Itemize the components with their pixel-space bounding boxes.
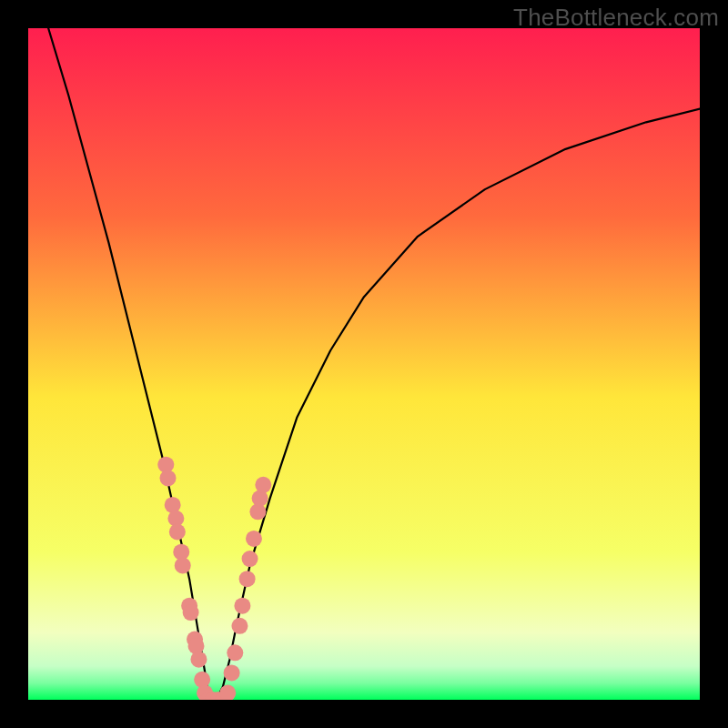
- highlight-dot: [175, 557, 191, 573]
- highlight-dot: [190, 652, 207, 668]
- highlight-dot: [227, 644, 243, 661]
- chart-frame: TheBottleneck.com: [0, 0, 728, 728]
- highlight-dot: [239, 571, 256, 587]
- highlight-dot: [160, 470, 177, 486]
- highlight-dot: [234, 598, 250, 614]
- plot-area: [28, 28, 700, 700]
- highlight-dot: [242, 551, 258, 567]
- highlight-dot: [224, 664, 240, 681]
- highlight-dot: [231, 618, 248, 634]
- highlight-dot: [183, 604, 199, 621]
- bottleneck-chart: [28, 28, 700, 700]
- highlight-dot: [169, 524, 186, 541]
- highlight-dot: [246, 531, 262, 547]
- watermark-text: TheBottleneck.com: [513, 4, 719, 32]
- highlight-dot: [255, 477, 271, 493]
- gradient-background: [28, 28, 700, 700]
